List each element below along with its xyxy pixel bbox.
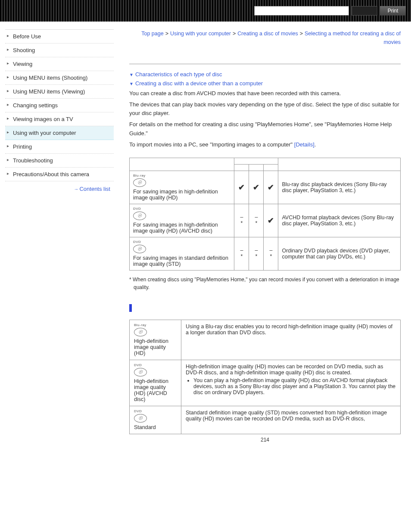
disc-icon: ⦿ xyxy=(134,414,147,423)
check-icon: ✔ xyxy=(238,183,245,192)
table-cell: DVD⦿Standard xyxy=(130,406,181,434)
table-cell: ✔ xyxy=(234,171,249,204)
breadcrumb-link[interactable]: Using with your computer xyxy=(170,31,231,37)
print-button[interactable]: Print xyxy=(380,6,406,16)
table-cell: Using a Blu-ray disc enables you to reco… xyxy=(181,320,401,360)
details-link[interactable]: [Details] xyxy=(294,141,314,148)
sidebar-item[interactable]: Viewing xyxy=(5,57,114,71)
sidebar-item[interactable]: Changing settings xyxy=(5,99,114,112)
characteristics-table: Blu-ray⦿High-definition image quality (H… xyxy=(129,320,401,434)
paragraph: For details on the method for creating a… xyxy=(129,120,401,137)
check-icon: ✔ xyxy=(253,183,259,192)
disc-label-icon: DVD xyxy=(134,364,177,367)
disc-icon: ⦿ xyxy=(133,212,146,220)
sidebar-item[interactable]: Troubleshooting xyxy=(5,154,114,168)
main-content: Top page>Using with your computer>Creati… xyxy=(116,22,409,451)
anchor-characteristics[interactable]: Characteristics of each type of disc xyxy=(129,71,401,78)
table-cell: ✔ xyxy=(264,171,278,204)
table-cell: High-definition image quality (HD) movie… xyxy=(181,360,401,406)
paragraph: To import movies into a PC, see "Importi… xyxy=(129,140,401,149)
table-cell: –* xyxy=(234,237,249,270)
table-cell: ✔ xyxy=(249,171,264,204)
sidebar-item[interactable]: Before Use xyxy=(5,30,114,44)
sidebar: Before UseShootingViewingUsing MENU item… xyxy=(0,22,116,451)
disc-label-icon: DVD xyxy=(134,410,177,413)
search-input[interactable] xyxy=(254,6,349,16)
sidebar-item[interactable]: Shooting xyxy=(5,44,114,57)
paragraph: You can create a disc from AVCHD movies … xyxy=(129,89,401,98)
table-cell: Ordinary DVD playback devices (DVD playe… xyxy=(278,237,401,270)
disc-icon: ⦿ xyxy=(133,178,146,187)
check-icon: ✔ xyxy=(268,183,274,192)
sidebar-item[interactable]: Precautions/About this camera xyxy=(5,168,114,181)
disc-type-table: Blu-ray⦿For saving images in high-defini… xyxy=(129,158,401,271)
arrow-right-icon: → xyxy=(74,187,78,192)
check-icon: ✔ xyxy=(268,216,274,225)
disc-label-icon: Blu-ray xyxy=(133,174,230,177)
page-number: 214 xyxy=(129,437,401,443)
sidebar-item[interactable]: Printing xyxy=(5,140,114,154)
anchor-creating-other-device[interactable]: Creating a disc with a device other than… xyxy=(129,80,401,87)
table-cell: ✔ xyxy=(264,204,278,237)
table-cell: Blu-ray⦿High-definition image quality (H… xyxy=(130,320,181,360)
breadcrumb-link[interactable]: Creating a disc of movies xyxy=(237,31,298,37)
sidebar-item[interactable]: Using MENU items (Shooting) xyxy=(5,71,114,85)
table-cell: –* xyxy=(249,237,264,270)
table-cell: AVCHD format playback devices (Sony Blu-… xyxy=(278,204,401,237)
section-heading-bar xyxy=(129,304,132,312)
footnote: * When creating discs using "PlayMemorie… xyxy=(129,276,401,291)
table-cell: Standard definition image quality (STD) … xyxy=(181,406,401,434)
breadcrumb-link[interactable]: Top page xyxy=(141,31,163,37)
disc-label-icon: DVD xyxy=(133,240,230,244)
disc-label-icon: DVD xyxy=(133,207,230,211)
sidebar-item[interactable]: Viewing images on a TV xyxy=(5,112,114,126)
sidebar-item[interactable]: Using MENU items (Viewing) xyxy=(5,85,114,99)
table-cell: –* xyxy=(234,204,249,237)
topbar: Print xyxy=(0,0,411,22)
table-cell: –* xyxy=(264,237,278,270)
sidebar-item[interactable]: Using with your computer xyxy=(5,126,114,140)
breadcrumb-link[interactable]: Selecting a method for creating a disc o… xyxy=(305,31,401,45)
table-cell: Blu-ray disc playback devices (Sony Blu-… xyxy=(278,171,401,204)
contents-list-link[interactable]: →Contents list xyxy=(74,186,110,192)
table-cell: –* xyxy=(249,204,264,237)
disc-icon: ⦿ xyxy=(133,245,146,253)
disc-icon: ⦿ xyxy=(134,328,147,336)
table-cell: DVD⦿High-definition image quality (HD) (… xyxy=(130,360,181,406)
disc-label-icon: Blu-ray xyxy=(134,324,177,327)
disc-icon: ⦿ xyxy=(134,368,147,376)
paragraph: The devices that can play back movies va… xyxy=(129,100,401,118)
search-go-button[interactable] xyxy=(352,6,377,16)
breadcrumb: Top page>Using with your computer>Creati… xyxy=(129,29,401,47)
